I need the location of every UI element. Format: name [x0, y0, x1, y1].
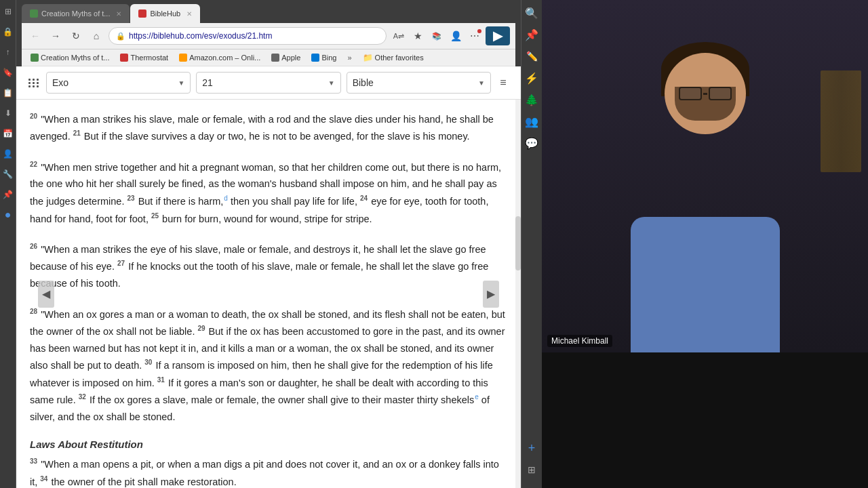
bookmark-apple[interactable]: Apple — [268, 52, 304, 63]
video-bottom-empty — [542, 352, 868, 488]
verse-num-20: 20 — [30, 113, 37, 120]
bookmark-creation[interactable]: Creation Myths of t... — [27, 52, 113, 63]
bookmark-favicon-bing — [311, 54, 319, 62]
tab-bible[interactable]: BibleHub ✕ — [130, 4, 200, 23]
verse-28: 28 "When an ox gores a man or a woman to… — [30, 306, 507, 426]
translate-button[interactable]: A⇌ — [391, 28, 407, 44]
zoom-search-icon[interactable]: 🔍 — [524, 5, 539, 20]
verse-20: 20 "When a man strikes his slave, male o… — [30, 110, 507, 145]
verse-22: 22 "When men strive together and hit a p… — [30, 159, 507, 227]
verse-num-26: 26 — [30, 243, 37, 250]
verse-33: 33 "When a man opens a pit, or when a ma… — [30, 455, 507, 488]
sidebar-icon-1[interactable]: ⊞ — [2, 5, 14, 18]
laws-about-restitution-heading: Laws About Restitution — [30, 439, 507, 450]
verse-num-27: 27 — [117, 260, 125, 267]
profile-button[interactable]: 👤 — [448, 28, 464, 44]
zoom-chat-icon[interactable]: 💬 — [524, 136, 539, 150]
zoom-sidebar: 🔍 📌 ✏️ ⚡ 🌲 👥 💬 + ⊞ — [521, 0, 542, 488]
prev-page-button[interactable]: ◀ — [38, 281, 54, 308]
tab-label-creation: Creation Myths of t... — [41, 9, 110, 18]
verse-num-30: 30 — [144, 359, 152, 366]
bible-scroll[interactable]: 20 "When a man strikes his slave, male o… — [16, 100, 521, 488]
bookshelf — [821, 70, 861, 172]
verse-num-25: 25 — [151, 212, 159, 220]
zoom-icon-nav[interactable]: ▶ — [486, 26, 510, 45]
book-selector[interactable]: Exo ▼ — [46, 72, 191, 94]
bookmark-thermostat[interactable]: Thermostat — [117, 52, 172, 63]
bookmark-amazon[interactable]: Amazon.com – Onli... — [176, 52, 264, 63]
favorites-button[interactable]: ★ — [410, 28, 426, 44]
folder-icon: 📁 — [363, 53, 373, 62]
browser-window: Creation Myths of t... ✕ BibleHub ✕ ← → … — [16, 0, 521, 488]
sidebar-icon-5[interactable]: 📋 — [2, 87, 14, 99]
nav-actions: A⇌ ★ 📚 👤 ⋯ ▶ — [391, 26, 510, 45]
bookmark-bing[interactable]: Bing — [308, 52, 340, 63]
zoom-layout-icon[interactable]: ⊞ — [524, 462, 539, 477]
bookmarks-more-button[interactable]: » — [344, 52, 355, 63]
zoom-add-icon[interactable]: + — [524, 441, 539, 455]
tab-creation[interactable]: Creation Myths of t... ✕ — [22, 4, 130, 23]
url-text: https://biblehub.com/esv/exodus/21.htm — [129, 31, 379, 41]
sidebar-icon-6[interactable]: ⬇ — [2, 107, 14, 119]
apps-grid-button[interactable] — [24, 73, 43, 92]
zoom-logo: ▶ — [493, 28, 502, 43]
zoom-pin-icon[interactable]: 📌 — [524, 27, 539, 42]
zoom-participants-icon[interactable]: 👥 — [524, 114, 539, 129]
zoom-more-icon[interactable]: 🌲 — [524, 92, 539, 107]
bookmarks-bar: Creation Myths of t... Thermostat Amazon… — [22, 49, 515, 66]
browser-header: Creation Myths of t... ✕ BibleHub ✕ ← → … — [16, 0, 521, 66]
participant-name-label: Michael Kimball — [547, 335, 612, 347]
bible-content: Exo ▼ 21 ▼ Bible ▼ ≡ ◀ ▶ 20 "When a man … — [16, 66, 521, 488]
bookmark-favicon-apple — [271, 54, 279, 62]
bookmark-favicon-amazon — [179, 54, 187, 62]
zoom-reactions-icon[interactable]: ⚡ — [524, 70, 539, 85]
sidebar-icon-2[interactable]: 🔒 — [2, 26, 14, 38]
bookmark-folder-other[interactable]: 📁 Other favorites — [359, 52, 427, 64]
bookmark-label-bing: Bing — [321, 54, 336, 62]
sidebar-icon-9[interactable]: 🔧 — [2, 168, 14, 180]
more-button[interactable]: ⋯ — [467, 28, 483, 44]
bookmark-label-apple: Apple — [281, 54, 300, 62]
scrollbar-thumb[interactable] — [515, 216, 521, 270]
sidebar-icon-4[interactable]: 🔖 — [2, 66, 14, 79]
video-top: Michael Kimball — [542, 0, 868, 352]
left-sidebar: ⊞ 🔒 ↑ 🔖 📋 ⬇ 📅 👤 🔧 📌 ● — [0, 0, 16, 488]
sidebar-icon-3[interactable]: ↑ — [2, 46, 14, 58]
address-bar[interactable]: 🔒 https://biblehub.com/esv/exodus/21.htm — [108, 27, 387, 45]
vertical-scrollbar[interactable] — [515, 100, 521, 488]
grid-icon — [28, 79, 39, 87]
version-chevron-icon: ▼ — [478, 79, 485, 87]
verse-num-29: 29 — [197, 325, 205, 332]
bible-menu-button[interactable]: ≡ — [494, 73, 513, 92]
bookmark-favicon-creation — [31, 54, 39, 62]
bookmark-label-thermostat: Thermostat — [130, 54, 168, 62]
verse-num-32: 32 — [79, 393, 86, 401]
home-button[interactable]: ⌂ — [88, 28, 104, 44]
tab-favicon-creation — [30, 9, 38, 18]
tab-close-bible[interactable]: ✕ — [186, 10, 192, 18]
refresh-button[interactable]: ↻ — [68, 28, 84, 44]
nav-bar: ← → ↻ ⌂ 🔒 https://biblehub.com/esv/exodu… — [22, 23, 515, 49]
tab-close-creation[interactable]: ✕ — [116, 10, 121, 18]
sidebar-icon-11[interactable]: ● — [2, 209, 14, 221]
collections-button[interactable]: 📚 — [429, 28, 445, 44]
version-selector[interactable]: Bible ▼ — [347, 72, 491, 94]
bible-toolbar: Exo ▼ 21 ▼ Bible ▼ ≡ — [16, 66, 521, 100]
chapter-selector[interactable]: 21 ▼ — [196, 72, 340, 94]
book-chevron-icon: ▼ — [178, 79, 184, 87]
sidebar-icon-7[interactable]: 📅 — [2, 127, 14, 140]
scroll-area-wrapper: ◀ ▶ 20 "When a man strikes his slave, ma… — [16, 100, 521, 488]
person-shirt — [631, 217, 780, 352]
person-head — [665, 53, 746, 134]
back-button[interactable]: ← — [27, 28, 43, 44]
verse-footnote-d: d — [224, 195, 228, 202]
next-page-button[interactable]: ▶ — [483, 281, 499, 308]
sidebar-icon-10[interactable]: 📌 — [2, 188, 14, 201]
verse-num-31: 31 — [157, 376, 165, 384]
zoom-annotate-icon[interactable]: ✏️ — [524, 49, 539, 64]
forward-button[interactable]: → — [47, 28, 64, 44]
sidebar-icon-8[interactable]: 👤 — [2, 148, 14, 160]
verse-num-28: 28 — [30, 308, 37, 315]
verse-26: 26 "When a man strikes the eye of his sl… — [30, 241, 507, 292]
tab-label-bible: BibleHub — [150, 9, 180, 18]
